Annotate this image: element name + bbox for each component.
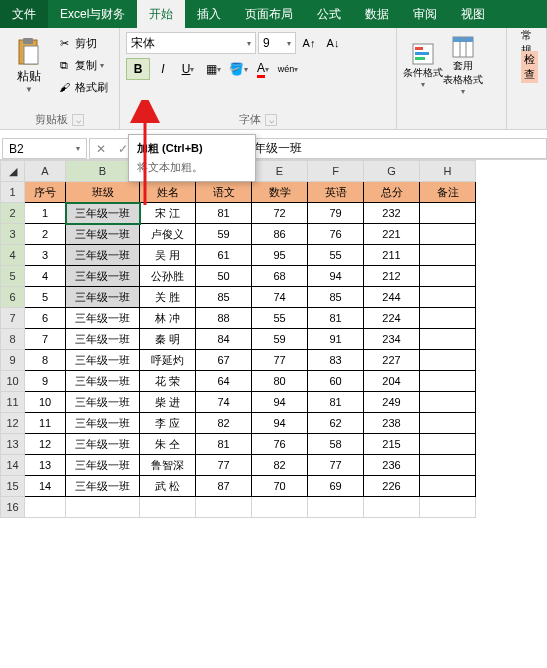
cell[interactable] [420,266,476,287]
cell[interactable]: 卢俊义 [140,224,196,245]
cell[interactable]: 鲁智深 [140,455,196,476]
cell[interactable]: 关 胜 [140,287,196,308]
cell[interactable]: 三年级一班 [66,287,140,308]
cell[interactable]: 74 [252,287,308,308]
row-header[interactable]: 1 [1,182,25,203]
col-header-A[interactable]: A [25,161,66,182]
border-button[interactable]: ▦▾ [201,58,225,80]
cell[interactable] [420,287,476,308]
cell[interactable]: 6 [25,308,66,329]
conditional-format-button[interactable]: 条件格式▾ [403,32,443,98]
decrease-font-button[interactable]: A↓ [322,32,344,54]
cell[interactable]: 柴 进 [140,392,196,413]
cell[interactable]: 三年级一班 [66,308,140,329]
increase-font-button[interactable]: A↑ [298,32,320,54]
row-header[interactable]: 11 [1,392,25,413]
cell[interactable]: 呼延灼 [140,350,196,371]
cell[interactable]: 77 [196,455,252,476]
cell[interactable]: 数学 [252,182,308,203]
row-header[interactable]: 7 [1,308,25,329]
format-painter-button[interactable]: 🖌格式刷 [52,76,112,98]
cell[interactable] [420,245,476,266]
fill-color-button[interactable]: 🪣▾ [226,58,250,80]
col-header-E[interactable]: E [252,161,308,182]
cell[interactable]: 94 [252,392,308,413]
cell[interactable]: 86 [252,224,308,245]
row-header[interactable]: 2 [1,203,25,224]
cell[interactable]: 三年级一班 [66,455,140,476]
cell[interactable]: 三年级一班 [66,224,140,245]
cell[interactable]: 82 [252,455,308,476]
cell[interactable] [420,392,476,413]
cancel-button[interactable]: ✕ [90,142,112,156]
cell[interactable]: 91 [308,329,364,350]
cell[interactable]: 59 [196,224,252,245]
tab-review[interactable]: 审阅 [401,0,449,28]
font-color-button[interactable]: A▾ [251,58,275,80]
cell[interactable]: 62 [308,413,364,434]
cell[interactable]: 94 [252,413,308,434]
row-header[interactable]: 12 [1,413,25,434]
cell[interactable]: 58 [308,434,364,455]
cell[interactable]: 三年级一班 [66,203,140,224]
cell[interactable] [420,413,476,434]
cell[interactable]: 85 [308,287,364,308]
cell[interactable]: 61 [196,245,252,266]
cell[interactable]: 204 [364,371,420,392]
cell[interactable]: 班级 [66,182,140,203]
cell[interactable]: 5 [25,287,66,308]
cell[interactable]: 94 [308,266,364,287]
tab-layout[interactable]: 页面布局 [233,0,305,28]
row-header[interactable]: 10 [1,371,25,392]
cell[interactable]: 55 [252,308,308,329]
cell[interactable]: 82 [196,413,252,434]
cell[interactable]: 林 冲 [140,308,196,329]
cell[interactable]: 55 [308,245,364,266]
cell[interactable]: 67 [196,350,252,371]
cell[interactable]: 77 [308,455,364,476]
row-header[interactable]: 4 [1,245,25,266]
cell[interactable]: 三年级一班 [66,434,140,455]
row-header[interactable]: 13 [1,434,25,455]
row-header[interactable]: 8 [1,329,25,350]
cell[interactable]: 83 [308,350,364,371]
bold-button[interactable]: B [126,58,150,80]
cut-button[interactable]: ✂剪切 [52,32,112,54]
cell[interactable]: 三年级一班 [66,392,140,413]
cell[interactable]: 81 [308,308,364,329]
col-header-F[interactable]: F [308,161,364,182]
font-size-select[interactable]: 9▾ [258,32,296,54]
cell[interactable]: 238 [364,413,420,434]
cell[interactable]: 三年级一班 [66,350,140,371]
cell[interactable]: 224 [364,308,420,329]
row-header[interactable]: 14 [1,455,25,476]
table-format-button[interactable]: 套用 表格格式▾ [443,32,483,98]
cell[interactable]: 59 [252,329,308,350]
cell[interactable]: 64 [196,371,252,392]
cell[interactable]: 14 [25,476,66,497]
cell[interactable]: 60 [308,371,364,392]
copy-button[interactable]: ⧉复制▾ [52,54,112,76]
row-header[interactable]: 9 [1,350,25,371]
cell[interactable]: 81 [196,434,252,455]
cell[interactable]: 三年级一班 [66,266,140,287]
cell[interactable]: 74 [196,392,252,413]
tab-view[interactable]: 视图 [449,0,497,28]
col-header-H[interactable]: H [420,161,476,182]
check-cell-button[interactable]: 检查 [517,56,542,78]
cell[interactable]: 备注 [420,182,476,203]
cell[interactable]: 三年级一班 [66,476,140,497]
cell[interactable]: 234 [364,329,420,350]
cell[interactable]: 三年级一班 [66,371,140,392]
cell[interactable]: 87 [196,476,252,497]
cell[interactable]: 12 [25,434,66,455]
cell[interactable]: 序号 [25,182,66,203]
cell[interactable]: 李 应 [140,413,196,434]
cell[interactable] [420,455,476,476]
cell[interactable]: 1 [25,203,66,224]
tab-insert[interactable]: 插入 [185,0,233,28]
cell[interactable]: 朱 仝 [140,434,196,455]
cell[interactable] [420,371,476,392]
tab-formula[interactable]: 公式 [305,0,353,28]
cell[interactable]: 吴 用 [140,245,196,266]
